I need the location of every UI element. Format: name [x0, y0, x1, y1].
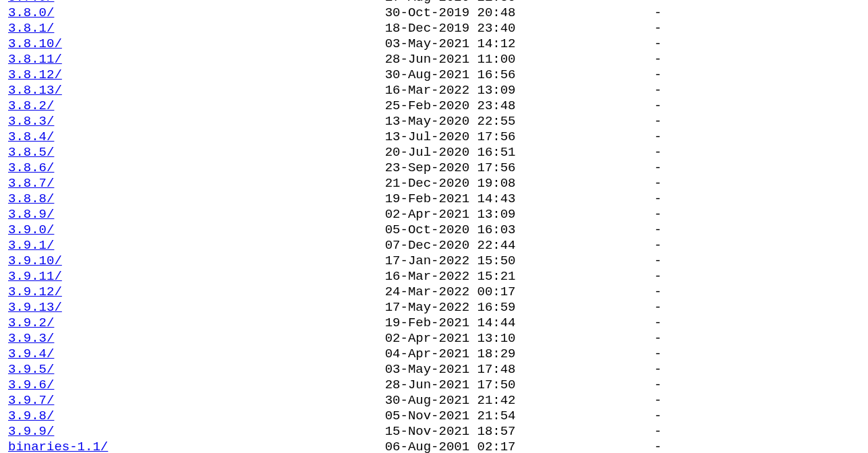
date-cell: 02-Apr-2021 13:09 [385, 207, 516, 222]
size-cell: - [516, 207, 662, 222]
table-row: 3.9.6/ 28-Jun-2021 17:50 - [8, 378, 868, 393]
directory-link[interactable]: 3.8.2/ [8, 98, 54, 113]
date-cell: 18-Dec-2019 23:40 [385, 21, 516, 36]
date-cell: 05-Oct-2020 16:03 [385, 222, 516, 238]
table-row: 3.9.10/ 17-Jan-2022 15:50 - [8, 253, 868, 269]
table-row: 3.8.6/ 23-Sep-2020 17:56 - [8, 160, 868, 176]
directory-link[interactable]: 3.9.5/ [8, 362, 54, 377]
table-row: 3.9.4/ 04-Apr-2021 18:29 - [8, 346, 868, 362]
size-cell: - [516, 300, 662, 315]
name-cell: 3.8.13/ [8, 83, 385, 98]
directory-link[interactable]: 3.9.1/ [8, 238, 54, 253]
table-row: 3.8.10/ 03-May-2021 14:12 - [8, 36, 868, 52]
date-cell: 02-Apr-2021 13:10 [385, 331, 516, 346]
directory-link[interactable]: 3.8.6/ [8, 160, 54, 175]
directory-link[interactable]: 3.9.13/ [8, 300, 62, 315]
date-cell: 25-Feb-2020 23:48 [385, 98, 516, 114]
size-cell: - [516, 191, 662, 207]
directory-link[interactable]: 3.9.9/ [8, 424, 54, 439]
directory-link[interactable]: 3.8.5/ [8, 145, 54, 160]
size-cell: - [516, 331, 662, 346]
table-row: 3.8.0/ 30-Oct-2019 20:48 - [8, 5, 868, 21]
table-row: 3.7.9/ 17-Aug-2020 21:35 - [8, 0, 868, 5]
table-row: 3.8.2/ 25-Feb-2020 23:48 - [8, 98, 868, 114]
name-cell: binaries-1.1/ [8, 440, 385, 453]
name-cell: 3.8.8/ [8, 191, 385, 207]
name-cell: 3.9.3/ [8, 331, 385, 346]
date-cell: 15-Nov-2021 18:57 [385, 424, 516, 440]
directory-link[interactable]: 3.9.3/ [8, 331, 54, 346]
table-row: 3.9.8/ 05-Nov-2021 21:54 - [8, 409, 868, 424]
date-cell: 23-Sep-2020 17:56 [385, 160, 516, 176]
directory-link[interactable]: 3.8.13/ [8, 83, 62, 98]
date-cell: 16-Mar-2022 15:21 [385, 269, 516, 284]
name-cell: 3.9.9/ [8, 424, 385, 440]
size-cell: - [516, 253, 662, 269]
directory-link[interactable]: 3.8.10/ [8, 36, 62, 51]
table-row: 3.8.1/ 18-Dec-2019 23:40 - [8, 21, 868, 36]
directory-link[interactable]: 3.9.4/ [8, 346, 54, 361]
directory-link[interactable]: binaries-1.1/ [8, 440, 108, 453]
date-cell: 16-Mar-2022 13:09 [385, 83, 516, 98]
date-cell: 13-May-2020 22:55 [385, 114, 516, 129]
directory-link[interactable]: 3.9.11/ [8, 269, 62, 284]
size-cell: - [516, 21, 662, 36]
table-row: 3.9.11/ 16-Mar-2022 15:21 - [8, 269, 868, 284]
directory-link[interactable]: 3.8.4/ [8, 129, 54, 144]
date-cell: 24-Mar-2022 00:17 [385, 284, 516, 300]
directory-link[interactable]: 3.9.0/ [8, 222, 54, 237]
name-cell: 3.9.8/ [8, 409, 385, 424]
table-row: 3.9.0/ 05-Oct-2020 16:03 - [8, 222, 868, 238]
size-cell: - [516, 98, 662, 114]
date-cell: 17-May-2022 16:59 [385, 300, 516, 315]
table-row: 3.8.12/ 30-Aug-2021 16:56 - [8, 67, 868, 83]
table-row: 3.9.1/ 07-Dec-2020 22:44 - [8, 238, 868, 253]
size-cell: - [516, 222, 662, 238]
table-row: 3.8.13/ 16-Mar-2022 13:09 - [8, 83, 868, 98]
directory-link[interactable]: 3.9.10/ [8, 253, 62, 268]
size-cell: - [516, 160, 662, 176]
table-row: 3.9.2/ 19-Feb-2021 14:44 - [8, 315, 868, 331]
directory-link[interactable]: 3.9.2/ [8, 315, 54, 330]
name-cell: 3.7.9/ [8, 0, 385, 5]
date-cell: 30-Aug-2021 21:42 [385, 393, 516, 409]
directory-link[interactable]: 3.9.12/ [8, 284, 62, 299]
name-cell: 3.8.3/ [8, 114, 385, 129]
directory-link[interactable]: 3.9.6/ [8, 378, 54, 392]
date-cell: 13-Jul-2020 17:56 [385, 129, 516, 145]
table-row: binaries-1.1/ 06-Aug-2001 02:17 - [8, 440, 868, 453]
directory-link[interactable]: 3.8.12/ [8, 67, 62, 82]
directory-link[interactable]: 3.8.7/ [8, 176, 54, 191]
directory-link[interactable]: 3.7.9/ [8, 0, 54, 5]
name-cell: 3.9.5/ [8, 362, 385, 378]
directory-link[interactable]: 3.8.1/ [8, 21, 54, 36]
name-cell: 3.8.11/ [8, 52, 385, 67]
directory-link[interactable]: 3.8.3/ [8, 114, 54, 129]
size-cell: - [516, 269, 662, 284]
table-row: 3.8.8/ 19-Feb-2021 14:43 - [8, 191, 868, 207]
name-cell: 3.8.9/ [8, 207, 385, 222]
name-cell: 3.9.4/ [8, 346, 385, 362]
directory-link[interactable]: 3.8.0/ [8, 5, 54, 20]
date-cell: 17-Jan-2022 15:50 [385, 253, 516, 269]
name-cell: 3.8.6/ [8, 160, 385, 176]
size-cell: - [516, 440, 662, 453]
name-cell: 3.8.4/ [8, 129, 385, 145]
date-cell: 07-Dec-2020 22:44 [385, 238, 516, 253]
directory-link[interactable]: 3.9.7/ [8, 393, 54, 408]
table-row: 3.8.11/ 28-Jun-2021 11:00 - [8, 52, 868, 67]
size-cell: - [516, 145, 662, 160]
directory-link[interactable]: 3.8.9/ [8, 207, 54, 222]
directory-link[interactable]: 3.9.8/ [8, 409, 54, 423]
name-cell: 3.8.0/ [8, 5, 385, 21]
size-cell: - [516, 5, 662, 21]
directory-link[interactable]: 3.8.8/ [8, 191, 54, 206]
name-cell: 3.9.13/ [8, 300, 385, 315]
table-row: 3.9.12/ 24-Mar-2022 00:17 - [8, 284, 868, 300]
name-cell: 3.9.6/ [8, 378, 385, 393]
size-cell: - [516, 424, 662, 440]
name-cell: 3.9.10/ [8, 253, 385, 269]
size-cell: - [516, 284, 662, 300]
name-cell: 3.8.5/ [8, 145, 385, 160]
directory-link[interactable]: 3.8.11/ [8, 52, 62, 67]
